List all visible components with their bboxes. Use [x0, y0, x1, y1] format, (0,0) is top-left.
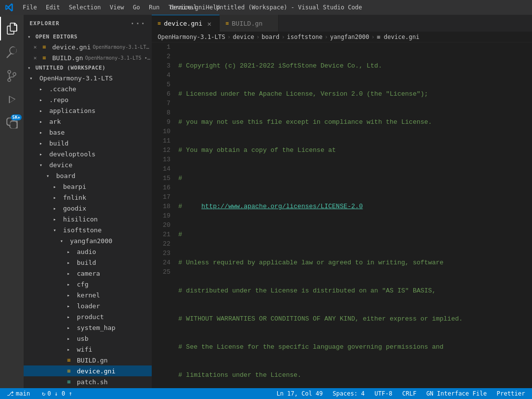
status-encoding[interactable]: UTF-8: [372, 390, 394, 397]
folder-icon: [67, 248, 75, 255]
breadcrumb-part-1[interactable]: device: [233, 34, 254, 40]
folder-system-hap[interactable]: system_hap: [24, 322, 152, 333]
code-line-4: # You may obtain a copy of the License a…: [178, 145, 532, 155]
folder-repo[interactable]: .repo: [24, 94, 152, 105]
root-folder[interactable]: OpenHarmony-3.1-LTS: [24, 73, 152, 83]
branch-name: main: [16, 390, 30, 397]
close-icon[interactable]: ✕: [33, 44, 40, 50]
breadcrumb-part-5[interactable]: ≡ device.gni: [377, 34, 420, 40]
open-editor-device-gni[interactable]: ✕ ≡ device.gni OpenHarmony-3.1-LTS • dev…: [24, 41, 152, 52]
code-line-7: #: [178, 230, 532, 239]
status-language[interactable]: GN Interface File: [424, 390, 489, 397]
folder-base[interactable]: base: [24, 127, 152, 138]
folder-product[interactable]: product: [24, 311, 152, 322]
open-editors-label: Open Editors: [35, 34, 77, 40]
gni-file-icon: ≡: [42, 43, 50, 50]
sidebar-content[interactable]: Open Editors ✕ ≡ device.gni OpenHarmony-…: [24, 32, 152, 388]
folder-board[interactable]: board: [24, 170, 152, 181]
cursor-position-text: Ln 17, Col 49: [276, 390, 323, 397]
folder-bearpi[interactable]: bearpi: [24, 181, 152, 192]
file-device-gni[interactable]: ≡device.gni: [24, 365, 152, 376]
folder-kernel[interactable]: kernel: [24, 290, 152, 300]
vscode-logo-icon: [5, 3, 14, 12]
code-line-9: # distributed under the License is distr…: [178, 286, 532, 295]
close-icon-2[interactable]: ✕: [33, 55, 40, 61]
folder-ark[interactable]: ark: [24, 116, 152, 127]
folder-device[interactable]: device: [24, 159, 152, 170]
open-file-name-2: BUILD.gn: [52, 54, 83, 62]
menu-file[interactable]: File: [19, 3, 41, 12]
status-cursor-position[interactable]: Ln 17, Col 49: [274, 390, 325, 397]
code-content[interactable]: # Copyright (c) 2021-2022 iSoftStone Dev…: [176, 42, 532, 388]
open-editors-chevron: [28, 34, 33, 39]
folder-icon: [53, 205, 61, 212]
tab-build-gn[interactable]: ≡ BUILD.gn: [220, 15, 279, 32]
status-branch[interactable]: ⎇ main: [5, 390, 32, 397]
window-title: device.gni - Untitled (Workspace) - Visu…: [170, 4, 362, 11]
menu-run[interactable]: Run: [145, 3, 164, 12]
folder-goodix[interactable]: goodix: [24, 203, 152, 214]
open-editors-list: ✕ ≡ device.gni OpenHarmony-3.1-LTS • dev…: [24, 41, 152, 63]
gn-file-icon: ≡: [42, 54, 50, 61]
workspace-section[interactable]: Untitled (Workspace): [24, 63, 152, 73]
sidebar-more-button[interactable]: ···: [130, 19, 146, 28]
code-editor[interactable]: 12345 678910 1112131415 1617181920 21222…: [152, 42, 532, 388]
folder-isoftstone[interactable]: isoftstone: [24, 224, 152, 235]
tab-gn-icon: ≡: [226, 20, 229, 27]
folder-cfg[interactable]: cfg: [24, 279, 152, 290]
folder-icon: [39, 118, 47, 125]
open-editor-build-gn[interactable]: ✕ ≡ BUILD.gn OpenHarmony-3.1-LTS • devic…: [24, 52, 152, 63]
menu-go[interactable]: Go: [129, 3, 144, 12]
breadcrumb-part-0[interactable]: OpenHarmony-3.1-LTS: [158, 34, 225, 40]
breadcrumb: OpenHarmony-3.1-LTS › device › board › i…: [152, 32, 532, 42]
activity-extensions[interactable]: 5K+: [0, 111, 24, 135]
folder-wifi[interactable]: wifi: [24, 344, 152, 355]
folder-ccache[interactable]: .ccache: [24, 83, 152, 94]
activity-source-control[interactable]: [0, 64, 24, 88]
folder-developtools[interactable]: developtools: [24, 148, 152, 159]
status-eol[interactable]: CRLF: [400, 390, 418, 397]
gn-icon: ≡: [67, 357, 75, 363]
folder-hisilicon[interactable]: hisilicon: [24, 214, 152, 224]
tab-close-device-gni[interactable]: ✕: [205, 20, 213, 28]
file-patch-sh[interactable]: ≡patch.sh: [24, 376, 152, 387]
folder-applications[interactable]: applications: [24, 105, 152, 116]
breadcrumb-part-4[interactable]: yangfan2000: [330, 34, 369, 40]
activity-run[interactable]: [0, 88, 24, 111]
folder-loader[interactable]: loader: [24, 300, 152, 311]
activity-explorer[interactable]: [0, 17, 24, 40]
folder-fnlink[interactable]: fnlink: [24, 192, 152, 203]
menu-view[interactable]: View: [106, 3, 128, 12]
folder-icon: [39, 140, 47, 146]
tab-device-gni[interactable]: ≡ device.gni ✕: [152, 15, 220, 32]
status-formatter[interactable]: Prettier: [495, 390, 527, 397]
open-editors-section[interactable]: Open Editors: [24, 32, 152, 41]
breadcrumb-part-3[interactable]: isoftstone: [287, 34, 322, 40]
activity-search[interactable]: [0, 40, 24, 64]
sync-counts: 0 ↓ 0 ↑: [47, 390, 72, 397]
folder-icon: [53, 216, 61, 222]
breadcrumb-part-2[interactable]: board: [262, 34, 279, 40]
folder-usb[interactable]: usb: [24, 333, 152, 344]
tab-bar: ≡ device.gni ✕ ≡ BUILD.gn: [152, 15, 532, 32]
status-bar: ⎇ main ↻ 0 ↓ 0 ↑ Ln 17, Col 49 Spaces: 4…: [0, 388, 532, 399]
code-line-12: # limitations under the License.: [178, 370, 532, 380]
menu-selection[interactable]: Selection: [65, 3, 105, 12]
status-spaces[interactable]: Spaces: 4: [331, 390, 366, 397]
menu-edit[interactable]: Edit: [42, 3, 64, 12]
folder-build2[interactable]: build: [24, 257, 152, 268]
folder-camera[interactable]: camera: [24, 268, 152, 279]
folder-yangfan2000[interactable]: yangfan2000: [24, 235, 152, 246]
folder-build[interactable]: build: [24, 138, 152, 148]
folder-audio[interactable]: audio: [24, 246, 152, 257]
file-build-gn[interactable]: ≡BUILD.gn: [24, 355, 152, 365]
folder-icon: [67, 335, 75, 342]
sidebar-title: Explorer: [30, 20, 60, 27]
folder-icon: [67, 270, 75, 277]
folder-icon: [67, 302, 75, 309]
title-bar: File Edit Selection View Go Run Terminal…: [0, 0, 532, 15]
code-line-2: # Licensed under the Apache License, Ver…: [178, 89, 532, 99]
extensions-badge: 5K+: [11, 114, 22, 120]
open-file-path: OpenHarmony-3.1-LTS • device/board/isoft…: [93, 44, 152, 50]
status-sync[interactable]: ↻ 0 ↓ 0 ↑: [40, 390, 74, 397]
